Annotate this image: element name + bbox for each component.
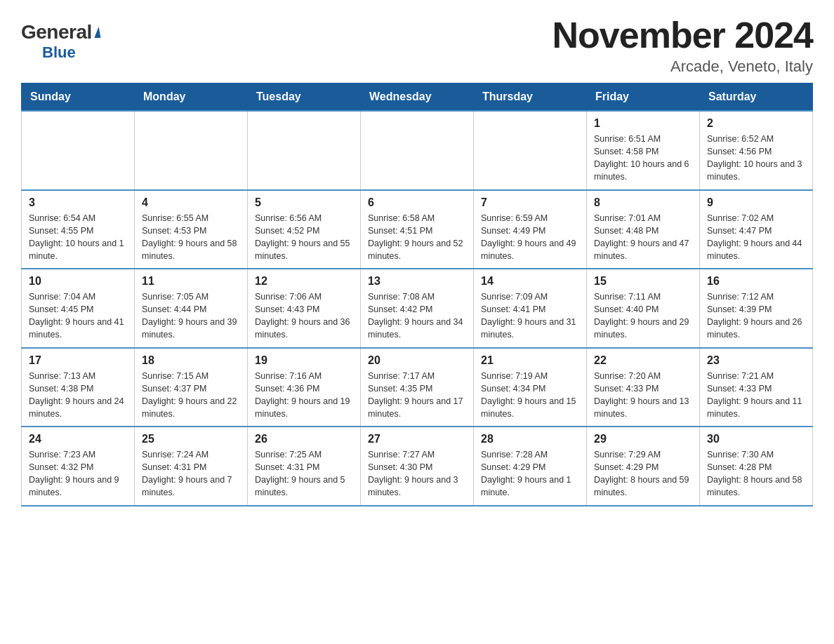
day-number: 19 <box>255 354 353 367</box>
calendar-cell: 2Sunrise: 6:52 AMSunset: 4:56 PMDaylight… <box>700 111 813 190</box>
calendar-cell: 17Sunrise: 7:13 AMSunset: 4:38 PMDayligh… <box>22 348 135 427</box>
day-info: Sunrise: 7:08 AMSunset: 4:42 PMDaylight:… <box>368 290 466 342</box>
calendar-cell: 18Sunrise: 7:15 AMSunset: 4:37 PMDayligh… <box>135 348 248 427</box>
weekday-header-saturday: Saturday <box>700 83 813 112</box>
calendar-cell: 25Sunrise: 7:24 AMSunset: 4:31 PMDayligh… <box>135 427 248 506</box>
day-info: Sunrise: 6:54 AMSunset: 4:55 PMDaylight:… <box>29 212 127 263</box>
day-info: Sunrise: 6:55 AMSunset: 4:53 PMDaylight:… <box>142 212 240 263</box>
calendar-cell <box>361 111 474 190</box>
calendar-cell: 10Sunrise: 7:04 AMSunset: 4:45 PMDayligh… <box>22 269 135 348</box>
calendar-cell: 29Sunrise: 7:29 AMSunset: 4:29 PMDayligh… <box>587 427 700 506</box>
day-number: 10 <box>29 275 127 288</box>
day-info: Sunrise: 6:52 AMSunset: 4:56 PMDaylight:… <box>707 133 805 184</box>
day-info: Sunrise: 7:09 AMSunset: 4:41 PMDaylight:… <box>481 290 579 342</box>
calendar-cell: 13Sunrise: 7:08 AMSunset: 4:42 PMDayligh… <box>361 269 474 348</box>
day-number: 30 <box>707 433 805 445</box>
day-number: 18 <box>142 354 240 367</box>
calendar-cell: 11Sunrise: 7:05 AMSunset: 4:44 PMDayligh… <box>135 269 248 348</box>
weekday-header-sunday: Sunday <box>22 83 135 112</box>
day-info: Sunrise: 7:13 AMSunset: 4:38 PMDaylight:… <box>29 370 127 421</box>
month-title: November 2024 <box>552 14 813 56</box>
day-number: 17 <box>29 354 127 367</box>
calendar-cell: 27Sunrise: 7:27 AMSunset: 4:30 PMDayligh… <box>361 427 474 506</box>
day-info: Sunrise: 7:24 AMSunset: 4:31 PMDaylight:… <box>142 448 240 499</box>
day-number: 3 <box>29 196 127 209</box>
day-info: Sunrise: 7:29 AMSunset: 4:29 PMDaylight:… <box>594 448 692 499</box>
day-number: 27 <box>368 433 466 445</box>
day-info: Sunrise: 6:51 AMSunset: 4:58 PMDaylight:… <box>594 133 692 184</box>
calendar-week-row: 24Sunrise: 7:23 AMSunset: 4:32 PMDayligh… <box>22 427 813 506</box>
day-number: 25 <box>142 433 240 445</box>
calendar-cell: 22Sunrise: 7:20 AMSunset: 4:33 PMDayligh… <box>587 348 700 427</box>
day-number: 2 <box>707 117 805 130</box>
calendar-cell: 19Sunrise: 7:16 AMSunset: 4:36 PMDayligh… <box>248 348 361 427</box>
calendar-body: 1Sunrise: 6:51 AMSunset: 4:58 PMDaylight… <box>22 111 813 506</box>
day-number: 15 <box>594 275 692 288</box>
weekday-header-wednesday: Wednesday <box>361 83 474 112</box>
calendar-table: SundayMondayTuesdayWednesdayThursdayFrid… <box>21 83 813 507</box>
day-info: Sunrise: 7:12 AMSunset: 4:39 PMDaylight:… <box>707 290 805 342</box>
location-text: Arcade, Veneto, Italy <box>552 58 813 76</box>
calendar-cell: 12Sunrise: 7:06 AMSunset: 4:43 PMDayligh… <box>248 269 361 348</box>
day-info: Sunrise: 7:15 AMSunset: 4:37 PMDaylight:… <box>142 370 240 421</box>
logo-blue-text: Blue <box>42 43 76 62</box>
calendar-cell: 24Sunrise: 7:23 AMSunset: 4:32 PMDayligh… <box>22 427 135 506</box>
weekday-header-row: SundayMondayTuesdayWednesdayThursdayFrid… <box>22 83 813 112</box>
calendar-cell: 21Sunrise: 7:19 AMSunset: 4:34 PMDayligh… <box>474 348 587 427</box>
calendar-cell: 16Sunrise: 7:12 AMSunset: 4:39 PMDayligh… <box>700 269 813 348</box>
logo-general-text: General <box>21 21 100 43</box>
calendar-cell <box>248 111 361 190</box>
calendar-cell <box>135 111 248 190</box>
calendar-cell <box>474 111 587 190</box>
day-info: Sunrise: 7:20 AMSunset: 4:33 PMDaylight:… <box>594 370 692 421</box>
day-info: Sunrise: 7:05 AMSunset: 4:44 PMDaylight:… <box>142 290 240 342</box>
day-info: Sunrise: 7:11 AMSunset: 4:40 PMDaylight:… <box>594 290 692 342</box>
day-number: 14 <box>481 275 579 288</box>
day-number: 24 <box>29 433 127 445</box>
day-info: Sunrise: 7:21 AMSunset: 4:33 PMDaylight:… <box>707 370 805 421</box>
calendar-cell: 5Sunrise: 6:56 AMSunset: 4:52 PMDaylight… <box>248 190 361 269</box>
day-number: 16 <box>707 275 805 288</box>
day-number: 23 <box>707 354 805 367</box>
day-number: 12 <box>255 275 353 288</box>
calendar-cell: 23Sunrise: 7:21 AMSunset: 4:33 PMDayligh… <box>700 348 813 427</box>
day-number: 1 <box>594 117 692 130</box>
day-number: 29 <box>594 433 692 445</box>
day-number: 26 <box>255 433 353 445</box>
calendar-header: SundayMondayTuesdayWednesdayThursdayFrid… <box>22 83 813 112</box>
day-number: 21 <box>481 354 579 367</box>
day-info: Sunrise: 6:56 AMSunset: 4:52 PMDaylight:… <box>255 212 353 263</box>
day-info: Sunrise: 6:58 AMSunset: 4:51 PMDaylight:… <box>368 212 466 263</box>
calendar-cell: 1Sunrise: 6:51 AMSunset: 4:58 PMDaylight… <box>587 111 700 190</box>
weekday-header-tuesday: Tuesday <box>248 83 361 112</box>
day-info: Sunrise: 6:59 AMSunset: 4:49 PMDaylight:… <box>481 212 579 263</box>
weekday-header-monday: Monday <box>135 83 248 112</box>
day-info: Sunrise: 7:28 AMSunset: 4:29 PMDaylight:… <box>481 448 579 499</box>
day-number: 20 <box>368 354 466 367</box>
day-info: Sunrise: 7:27 AMSunset: 4:30 PMDaylight:… <box>368 448 466 499</box>
weekday-header-friday: Friday <box>587 83 700 112</box>
calendar-cell: 7Sunrise: 6:59 AMSunset: 4:49 PMDaylight… <box>474 190 587 269</box>
calendar-cell: 30Sunrise: 7:30 AMSunset: 4:28 PMDayligh… <box>700 427 813 506</box>
calendar-cell: 6Sunrise: 6:58 AMSunset: 4:51 PMDaylight… <box>361 190 474 269</box>
calendar-cell: 14Sunrise: 7:09 AMSunset: 4:41 PMDayligh… <box>474 269 587 348</box>
day-number: 6 <box>368 196 466 209</box>
day-info: Sunrise: 7:30 AMSunset: 4:28 PMDaylight:… <box>707 448 805 499</box>
calendar-cell: 26Sunrise: 7:25 AMSunset: 4:31 PMDayligh… <box>248 427 361 506</box>
day-info: Sunrise: 7:01 AMSunset: 4:48 PMDaylight:… <box>594 212 692 263</box>
page-header: General Blue November 2024 Arcade, Venet… <box>21 14 813 76</box>
calendar-cell: 8Sunrise: 7:01 AMSunset: 4:48 PMDaylight… <box>587 190 700 269</box>
day-info: Sunrise: 7:17 AMSunset: 4:35 PMDaylight:… <box>368 370 466 421</box>
calendar-week-row: 17Sunrise: 7:13 AMSunset: 4:38 PMDayligh… <box>22 348 813 427</box>
calendar-cell: 3Sunrise: 6:54 AMSunset: 4:55 PMDaylight… <box>22 190 135 269</box>
day-number: 9 <box>707 196 805 209</box>
day-number: 28 <box>481 433 579 445</box>
day-info: Sunrise: 7:19 AMSunset: 4:34 PMDaylight:… <box>481 370 579 421</box>
day-number: 4 <box>142 196 240 209</box>
day-info: Sunrise: 7:16 AMSunset: 4:36 PMDaylight:… <box>255 370 353 421</box>
weekday-header-thursday: Thursday <box>474 83 587 112</box>
calendar-cell <box>22 111 135 190</box>
day-number: 11 <box>142 275 240 288</box>
day-number: 7 <box>481 196 579 209</box>
calendar-week-row: 10Sunrise: 7:04 AMSunset: 4:45 PMDayligh… <box>22 269 813 348</box>
